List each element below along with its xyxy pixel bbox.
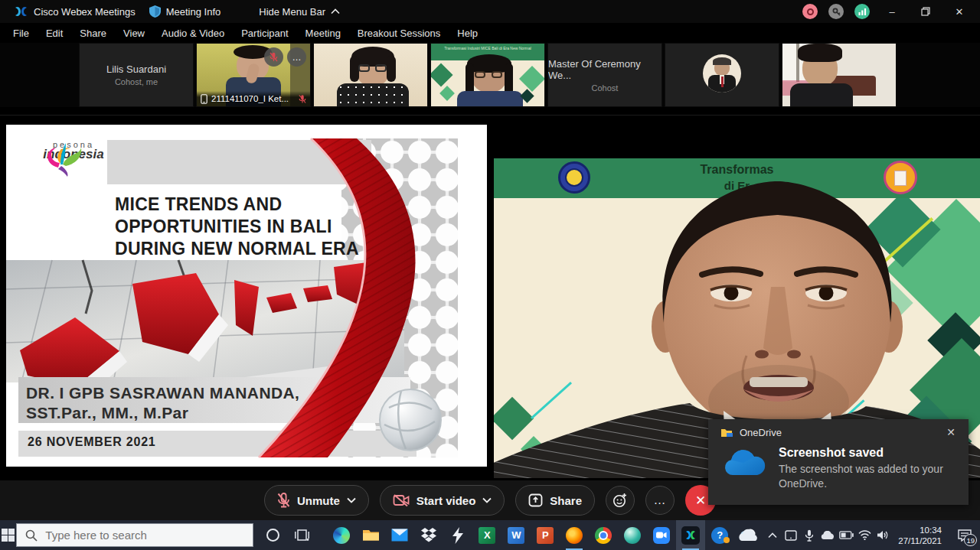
hide-menu-bar[interactable]: Hide Menu Bar xyxy=(259,6,340,18)
clock-time: 10:34 xyxy=(898,525,942,535)
participant-tile-mc[interactable]: Master Of Ceremony We... Cohost xyxy=(547,43,662,107)
webex-logo-icon xyxy=(14,6,28,17)
menu-help[interactable]: Help xyxy=(449,23,486,43)
menu-share[interactable]: Share xyxy=(71,23,115,43)
chevron-down-icon xyxy=(482,497,492,503)
participant-tile-avatar[interactable] xyxy=(665,43,779,107)
app-title: Cisco Webex Meetings xyxy=(34,6,136,18)
minimize-button[interactable]: – xyxy=(880,2,903,21)
share-button[interactable]: Share xyxy=(515,485,595,516)
menu-audio-video[interactable]: Audio & Video xyxy=(153,23,233,43)
participant-role: Cohost xyxy=(592,83,619,93)
action-center-button[interactable]: 19 xyxy=(949,520,980,550)
menu-view[interactable]: View xyxy=(115,23,153,43)
restore-button[interactable] xyxy=(914,2,937,21)
shared-presentation-slide[interactable]: pesona indonesia MICE TRENDS AND OPPORTU… xyxy=(6,125,487,467)
unmute-button[interactable]: Unmute xyxy=(264,485,369,516)
cortana-button[interactable] xyxy=(258,520,287,550)
tray-wifi[interactable] xyxy=(855,520,874,550)
pesona-bird-icon xyxy=(35,142,84,177)
tray-expand-button[interactable] xyxy=(763,520,782,550)
taskbar-firefox[interactable] xyxy=(560,520,589,550)
taskbar-help-app[interactable]: ? xyxy=(705,520,734,550)
taskbar-webex-ball[interactable] xyxy=(618,520,647,550)
participant-body xyxy=(457,91,523,107)
close-window-button[interactable]: ✕ xyxy=(948,2,971,21)
start-button[interactable] xyxy=(0,520,16,550)
start-video-button[interactable]: Start video xyxy=(380,485,505,516)
task-view-button[interactable] xyxy=(287,520,316,550)
notification-header: OneDrive ✕ xyxy=(708,419,969,438)
taskbar-search[interactable] xyxy=(16,523,253,547)
participant-tile-7[interactable] xyxy=(782,43,897,107)
avatar-tie xyxy=(721,76,724,87)
tray-tablet-mode[interactable] xyxy=(782,520,800,550)
taskbar-clock[interactable]: 10:34 27/11/2021 xyxy=(892,525,949,546)
menu-participant[interactable]: Participant xyxy=(233,23,296,43)
shield-icon xyxy=(149,5,161,18)
taskbar-webex-meetings[interactable] xyxy=(676,520,705,550)
menu-breakout-sessions[interactable]: Breakout Sessions xyxy=(349,23,449,43)
taskbar-zoom[interactable] xyxy=(647,520,676,550)
more-options-button[interactable]: … xyxy=(645,486,675,515)
slide-date: 26 NOVEMBER 2021 xyxy=(28,435,156,449)
tray-onedrive[interactable] xyxy=(818,520,837,550)
taskbar-excel[interactable]: X xyxy=(472,520,501,550)
tablet-icon xyxy=(785,530,797,541)
chevron-down-icon xyxy=(347,497,356,503)
taskbar-word[interactable]: W xyxy=(501,520,531,550)
clock-date: 27/11/2021 xyxy=(898,535,942,546)
onedrive-notification[interactable]: OneDrive ✕ Screenshot saved The screensh… xyxy=(708,419,969,505)
menu-file[interactable]: File xyxy=(5,23,38,43)
speaker-icon xyxy=(877,530,889,540)
tray-battery[interactable] xyxy=(837,520,855,550)
battery-icon xyxy=(839,531,854,539)
taskbar-chrome[interactable] xyxy=(589,520,618,550)
lightning-icon xyxy=(452,527,464,544)
taskbar-weather[interactable] xyxy=(734,520,763,550)
participant-tile-4[interactable]: Transformasi Industri MICE Bali di Era N… xyxy=(430,43,545,107)
taskbar-file-explorer[interactable] xyxy=(356,520,385,550)
file-explorer-icon xyxy=(362,528,380,542)
tile-more-button[interactable]: … xyxy=(287,47,306,67)
webex-window: Cisco Webex Meetings Meeting Info Hide M… xyxy=(0,0,980,550)
tile-hover-buttons: … xyxy=(264,47,306,67)
taskbar-mail[interactable] xyxy=(385,520,414,550)
mobile-device-icon xyxy=(201,94,207,104)
participant-filmstrip: Lilis Suardani Cohost, me … 2111411070_I… xyxy=(0,43,980,107)
lock-key-icon[interactable] xyxy=(828,4,844,19)
video-off-icon xyxy=(393,493,410,507)
search-input[interactable] xyxy=(45,529,244,542)
tile-muted-mic-button[interactable] xyxy=(264,47,283,67)
menu-edit[interactable]: Edit xyxy=(38,23,71,43)
meeting-info[interactable]: Meeting Info xyxy=(149,5,221,18)
system-tray: 10:34 27/11/2021 19 xyxy=(763,520,980,550)
tray-microphone[interactable] xyxy=(800,520,818,550)
muted-mic-icon xyxy=(299,94,306,104)
glasses-left-icon xyxy=(358,64,370,72)
participant-name: Master Of Ceremony We... xyxy=(548,58,662,81)
record-indicator-icon[interactable] xyxy=(802,4,818,19)
connection-quality-icon[interactable] xyxy=(854,4,870,19)
participant-tile-3[interactable] xyxy=(313,43,428,107)
tray-volume[interactable] xyxy=(874,520,892,550)
avatar-hair xyxy=(713,57,731,65)
glasses-right-icon xyxy=(492,71,502,78)
participant-tile-2111411070[interactable]: … 2111411070_I Ket... xyxy=(196,43,311,107)
taskbar-powerpoint[interactable]: P xyxy=(531,520,560,550)
chevron-up-icon xyxy=(768,532,777,539)
slide-speaker-name: DR. I GPB SASRAWAN MANANDA, SST.Par., MM… xyxy=(26,383,299,423)
wifi-icon xyxy=(858,530,871,540)
microphone-icon xyxy=(805,529,814,542)
participant-tile-lilis[interactable]: Lilis Suardani Cohost, me xyxy=(79,43,194,107)
menu-meeting[interactable]: Meeting xyxy=(297,23,349,43)
reactions-button[interactable] xyxy=(606,486,635,515)
titlebar: Cisco Webex Meetings Meeting Info Hide M… xyxy=(0,0,980,23)
glasses-right-icon xyxy=(375,64,387,72)
taskbar-dropbox[interactable] xyxy=(414,520,443,550)
taskbar-lightning-app[interactable] xyxy=(443,520,472,550)
taskbar-edge[interactable] xyxy=(327,520,356,550)
notification-texts: Screenshot saved The screenshot was adde… xyxy=(779,446,943,491)
chevron-up-icon xyxy=(331,8,340,15)
notification-close-icon[interactable]: ✕ xyxy=(942,426,959,438)
